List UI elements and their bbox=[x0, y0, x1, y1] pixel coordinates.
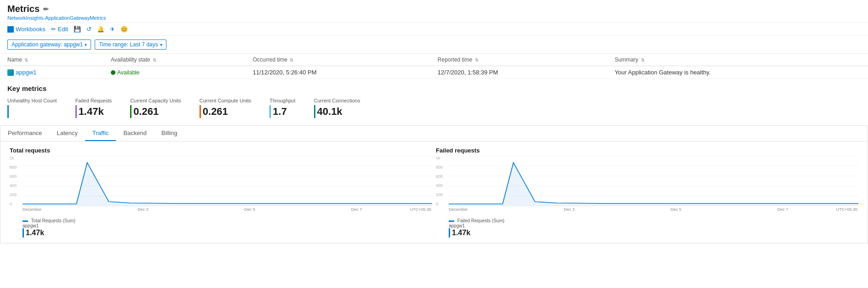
workbooks-button[interactable]: Workbooks bbox=[7, 26, 46, 33]
toolbar: Workbooks ✏ Edit 💾 ↺ 🔔 ✈ 😊 bbox=[0, 23, 868, 36]
tab-performance[interactable]: Performance bbox=[0, 126, 49, 141]
metric-value: 0.261 bbox=[130, 105, 181, 118]
metric-value bbox=[7, 105, 57, 118]
metric-value: 1.7 bbox=[269, 105, 295, 118]
y-label: 800 bbox=[436, 165, 449, 169]
metrics-row: Unhealthy Host Count Failed Requests 1.4… bbox=[7, 98, 861, 118]
y-label: 800 bbox=[10, 165, 23, 169]
metric-bar bbox=[130, 105, 131, 118]
legend-bar bbox=[23, 228, 24, 237]
time-range-filter[interactable]: Time range: Last 7 days ▾ bbox=[95, 40, 166, 50]
metric-label: Current Compute Units bbox=[200, 98, 251, 103]
workbooks-icon bbox=[7, 26, 14, 33]
chart-container-1: Failed requests 1k8006004002000 bbox=[434, 145, 860, 239]
metric-item: Current Connections 40.1k bbox=[314, 98, 360, 118]
y-label: 0 bbox=[436, 202, 449, 206]
legend-bar bbox=[449, 228, 450, 237]
legend-color bbox=[449, 220, 454, 222]
edit-title-icon[interactable]: ✏ bbox=[43, 6, 49, 13]
metric-label: Failed Requests bbox=[75, 98, 112, 103]
y-label: 600 bbox=[436, 174, 449, 179]
metric-bar bbox=[314, 105, 315, 118]
edit-button[interactable]: ✏ Edit bbox=[51, 26, 68, 33]
sort-icon[interactable]: ⇅ bbox=[153, 57, 156, 62]
cell-availability: Available bbox=[103, 66, 246, 79]
sort-icon[interactable]: ⇅ bbox=[24, 57, 28, 62]
table-row: appgw1 Available 11/12/2020, 5:26:40 PM … bbox=[0, 66, 868, 79]
col-name: Name ⇅ bbox=[0, 54, 103, 66]
metric-value: 40.1k bbox=[314, 105, 360, 118]
metric-bar bbox=[269, 105, 271, 118]
cell-name: appgw1 bbox=[0, 66, 103, 79]
refresh-button[interactable]: ↺ bbox=[86, 26, 91, 33]
tab-traffic[interactable]: Traffic bbox=[85, 126, 116, 141]
metric-item: Throughput 1.7 bbox=[269, 98, 295, 118]
legend-sub: appgw1 bbox=[23, 223, 432, 228]
cell-reported: 12/7/2020, 1:58:39 PM bbox=[430, 66, 607, 79]
gateway-filter[interactable]: Application gateway: appgw1 ▾ bbox=[7, 40, 91, 50]
y-label: 400 bbox=[436, 183, 449, 188]
save-button[interactable]: 💾 bbox=[74, 26, 81, 33]
refresh-icon: ↺ bbox=[86, 26, 91, 33]
cell-summary: Your Application Gateway is healthy. bbox=[607, 66, 868, 79]
y-label: 400 bbox=[10, 183, 23, 188]
col-occurred: Occurred time ⇅ bbox=[246, 54, 430, 66]
tab-billing[interactable]: Billing bbox=[154, 126, 185, 141]
y-label: 200 bbox=[10, 192, 23, 197]
tab-backend[interactable]: Backend bbox=[116, 126, 154, 141]
y-label: 200 bbox=[436, 192, 449, 197]
x-label: UTC+05:30 bbox=[836, 207, 857, 212]
y-label: 1k bbox=[436, 156, 449, 160]
chart-area: 1k8006004002000 DecemberDec 3Dec 5Dec 7U… bbox=[10, 156, 432, 215]
chart-title: Failed requests bbox=[436, 147, 858, 154]
col-summary: Summary ⇅ bbox=[607, 54, 868, 66]
metric-item: Current Compute Units 0.261 bbox=[200, 98, 251, 118]
x-axis: DecemberDec 3Dec 5Dec 7UTC+05:30 bbox=[436, 207, 858, 212]
metric-bar bbox=[75, 105, 77, 118]
legend-value: 1.47k bbox=[23, 228, 432, 237]
charts-section: Total requests 1k8006004002000 bbox=[0, 141, 868, 243]
chart-svg bbox=[23, 156, 432, 206]
health-table: Name ⇅ Availability state ⇅ Occurred tim… bbox=[0, 54, 868, 79]
share-icon: ✈ bbox=[110, 26, 115, 33]
x-label: Dec 3 bbox=[137, 207, 148, 212]
metric-value: 1.47k bbox=[75, 105, 112, 118]
breadcrumb: NetworkInsights-ApplicationGatewayMetric… bbox=[7, 15, 861, 21]
feedback-button[interactable]: 😊 bbox=[120, 26, 128, 33]
col-reported: Reported time ⇅ bbox=[430, 54, 607, 66]
x-label: Dec 7 bbox=[351, 207, 362, 212]
save-icon: 💾 bbox=[74, 26, 81, 33]
chart-container-0: Total requests 1k8006004002000 bbox=[8, 145, 434, 239]
page-title: Metrics ✏ bbox=[7, 4, 861, 14]
metric-item: Unhealthy Host Count bbox=[7, 98, 57, 118]
x-label: December bbox=[23, 207, 42, 212]
alert-button[interactable]: 🔔 bbox=[97, 26, 104, 33]
x-label: Dec 5 bbox=[671, 207, 682, 212]
legend-value: 1.47k bbox=[449, 228, 858, 237]
chevron-down-icon: ▾ bbox=[160, 42, 162, 47]
metric-label: Throughput bbox=[269, 98, 295, 103]
tabs-section: PerformanceLatencyTrafficBackendBilling … bbox=[0, 125, 868, 243]
sort-icon[interactable]: ⇅ bbox=[641, 57, 645, 62]
feedback-icon: 😊 bbox=[120, 26, 128, 33]
pencil-icon: ✏ bbox=[51, 26, 56, 33]
bell-icon: 🔔 bbox=[97, 26, 104, 33]
chart-svg bbox=[449, 156, 858, 206]
status-dot bbox=[111, 70, 115, 75]
share-button[interactable]: ✈ bbox=[110, 26, 115, 33]
chart-area: 1k8006004002000 DecemberDec 3Dec 5Dec 7U… bbox=[436, 156, 858, 215]
metric-bar bbox=[7, 105, 9, 118]
col-availability: Availability state ⇅ bbox=[103, 54, 246, 66]
sort-icon[interactable]: ⇅ bbox=[290, 57, 293, 62]
x-label: December bbox=[449, 207, 468, 212]
chevron-down-icon: ▾ bbox=[85, 42, 87, 47]
tab-latency[interactable]: Latency bbox=[49, 126, 85, 141]
key-metrics-title: Key metrics bbox=[7, 85, 861, 92]
y-label: 1k bbox=[10, 156, 23, 160]
x-label: Dec 3 bbox=[564, 207, 575, 212]
chart-legend: Total Requests (Sum) appgw1 1.47k bbox=[10, 218, 432, 237]
sort-icon[interactable]: ⇅ bbox=[475, 57, 479, 62]
filter-bar: Application gateway: appgw1 ▾ Time range… bbox=[0, 36, 868, 54]
chart-title: Total requests bbox=[10, 147, 432, 154]
metric-label: Current Capacity Units bbox=[130, 98, 181, 103]
